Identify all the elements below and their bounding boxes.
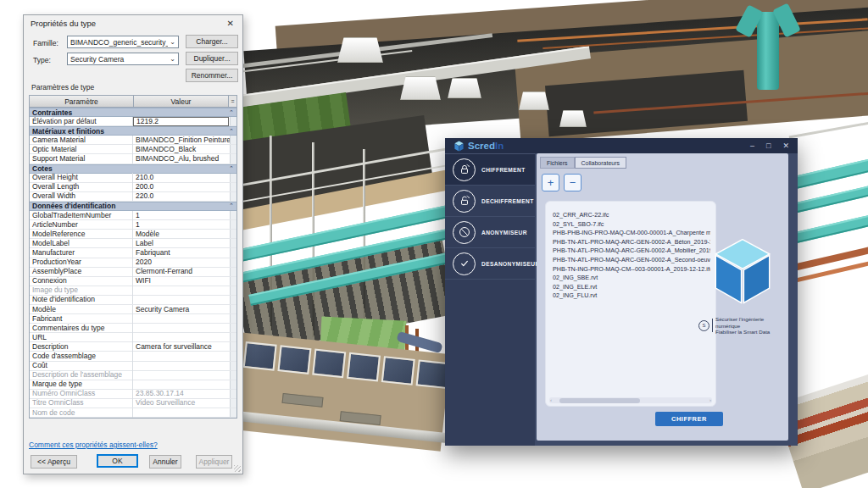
param-cell-button[interactable] (230, 192, 236, 201)
param-cell-button[interactable] (230, 324, 236, 332)
renommer-button[interactable]: Renommer... (186, 69, 238, 82)
param-value[interactable]: Modèle (133, 230, 230, 239)
param-value[interactable]: 1 (133, 211, 230, 220)
collapse-icon[interactable]: ⌃ (226, 110, 236, 115)
param-cell-button[interactable] (230, 342, 236, 351)
param-cell-button[interactable] (230, 305, 236, 313)
charger-button[interactable]: Charger... (186, 35, 238, 48)
scredin-titlebar[interactable]: ScredIn – □ ✕ (445, 138, 798, 153)
param-cell-button[interactable] (230, 408, 236, 417)
ok-button[interactable]: OK (97, 454, 138, 468)
param-cell-button[interactable] (230, 145, 236, 153)
param-cell-button[interactable] (230, 314, 236, 323)
param-value[interactable]: BIMANDCO_Alu, brushed (133, 154, 230, 164)
param-value[interactable]: Camera for surveillance (133, 342, 230, 352)
annuler-button[interactable]: Annuler (149, 455, 181, 469)
param-name: Description (30, 342, 133, 352)
param-value[interactable]: Video Surveillance (133, 398, 230, 408)
file-item[interactable]: PHB-TN-ATL-PRO-MAQ-ARC-GEN-0002-A_Béton_… (553, 238, 710, 247)
file-item[interactable]: PHB-TN-ATL-PRO-MAQ-ARC-GEN-0002-A_Mobili… (553, 247, 710, 256)
param-cell-button[interactable] (230, 296, 236, 304)
bim-window (312, 349, 346, 379)
param-cell-button[interactable] (230, 268, 236, 276)
chiffrer-button[interactable]: CHIFFRER (655, 412, 723, 426)
file-item[interactable]: PHB-PHB-ING-PRO-MAQ-CM-000-00001-A_Charp… (553, 229, 710, 238)
param-value[interactable]: 2020 (133, 258, 230, 267)
remove-file-button[interactable]: − (564, 174, 581, 191)
param-value[interactable]: 23.85.30.17.14 (133, 389, 230, 398)
sidebar-item-dechiffrement[interactable]: DECHIFFREMENT (445, 186, 535, 217)
param-value[interactable]: 1219.2 (133, 117, 229, 126)
file-item[interactable]: PHB-TN-ING-PRO-MAQ-CM--003-00001-A_2019-… (553, 265, 710, 274)
param-cell-button[interactable] (230, 380, 236, 389)
param-cell-button[interactable] (230, 174, 236, 182)
param-row: ModelReferenceModèle (30, 230, 236, 239)
help-link[interactable]: Comment ces propriétés agissent-elles? (29, 441, 158, 449)
param-cell-button[interactable] (230, 333, 236, 341)
famille-dropdown[interactable]: BIMANDCO_generic_security_security-c ⌄ (67, 36, 179, 48)
sidebar-item-anonymiseur[interactable]: ANONYMISEUR (445, 217, 535, 248)
resize-grip[interactable] (234, 465, 241, 472)
param-cell-button[interactable] (230, 248, 236, 257)
param-cell-button[interactable] (230, 371, 236, 380)
file-item[interactable]: PHB-TN-ATL-PRO-MAQ-ARC-GEN-0002-A_Second… (553, 256, 710, 265)
file-item[interactable]: 02_ING_FLU.rvt (553, 291, 710, 301)
sidebar-item-chiffrement[interactable]: CHIFFREMENT (445, 154, 535, 186)
param-cell-button[interactable] (230, 352, 236, 360)
file-item[interactable]: 02_SYL_SBO-7.ifc (553, 220, 710, 230)
type-dropdown[interactable]: Security Camera ⌄ (67, 53, 179, 65)
param-value[interactable]: Clermont-Ferrand (133, 267, 230, 276)
param-cell-button[interactable] (230, 390, 236, 398)
appliquer-button[interactable]: Appliquer (196, 455, 232, 469)
param-value[interactable]: 1 (133, 220, 230, 230)
param-cell-button[interactable] (230, 239, 236, 247)
param-section-row[interactable]: Cotes⌃ (30, 164, 236, 174)
param-cell-button[interactable] (230, 136, 236, 144)
param-cell-button[interactable] (230, 230, 236, 238)
param-value[interactable]: BIMANDCO_Black (133, 145, 230, 154)
param-cell-button[interactable] (230, 220, 236, 229)
param-cell-button[interactable] (230, 399, 236, 408)
close-icon[interactable]: ✕ (225, 19, 236, 28)
horizontal-scrollbar[interactable]: ‹ › (549, 397, 712, 403)
param-cell-button[interactable] (230, 362, 236, 370)
param-value[interactable]: 220.0 (133, 191, 230, 201)
add-file-button[interactable]: + (542, 174, 559, 191)
param-section-row[interactable]: Données d'identification⌃ (30, 202, 236, 211)
param-value[interactable]: Security Camera (133, 305, 230, 314)
file-item[interactable]: 02_ING_SBE.rvt (553, 274, 710, 283)
param-value[interactable]: WIFI (133, 276, 230, 286)
sidebar-item-desanonymiseur[interactable]: DESANONYMISEUR (445, 248, 535, 280)
scroll-left-icon[interactable]: ‹ (550, 397, 552, 403)
minimize-icon[interactable]: – (750, 141, 754, 150)
file-item[interactable]: 02_CRR_ARC-22.ifc (553, 211, 710, 220)
param-cell-button[interactable] (230, 258, 236, 267)
param-cell-button[interactable] (230, 117, 236, 125)
param-value[interactable]: Fabriquant (133, 248, 230, 258)
file-item[interactable]: 02_ING_ELE.rvt (553, 283, 710, 292)
scrollbar-thumb[interactable] (559, 398, 640, 403)
param-value[interactable]: Label (133, 239, 230, 248)
scroll-right-icon[interactable]: › (709, 397, 711, 403)
collapse-icon[interactable]: ⌃ (226, 166, 236, 171)
dialog-titlebar[interactable]: Propriétés du type ✕ (24, 15, 242, 30)
collapse-icon[interactable]: ⌃ (226, 129, 236, 134)
param-value[interactable]: 200.0 (133, 182, 230, 191)
param-cell-button[interactable] (230, 286, 236, 295)
close-icon[interactable]: ✕ (782, 141, 789, 150)
param-cell-button[interactable] (230, 211, 236, 219)
collapse-icon[interactable]: ⌃ (226, 203, 236, 208)
param-section-row[interactable]: Matériaux et finitions⌃ (30, 126, 236, 136)
param-value[interactable]: 210.0 (133, 173, 230, 182)
param-cell-button[interactable] (230, 277, 236, 286)
dupliquer-button[interactable]: Dupliquer... (186, 52, 238, 65)
param-section-row[interactable]: Contraintes⌃ (30, 108, 236, 117)
param-cell-button[interactable] (230, 154, 236, 163)
param-value[interactable]: BIMANDCO_Finition Peinture - BI (133, 136, 230, 145)
param-cell-button[interactable] (230, 183, 236, 191)
apercu-button[interactable]: << Aperçu (31, 455, 77, 469)
maximize-icon[interactable]: □ (766, 141, 771, 150)
table-menu-icon[interactable]: = (228, 96, 236, 107)
tab-fichiers[interactable]: Fichiers (540, 157, 575, 169)
tab-collaborateurs[interactable]: Collaborateurs (575, 157, 627, 169)
